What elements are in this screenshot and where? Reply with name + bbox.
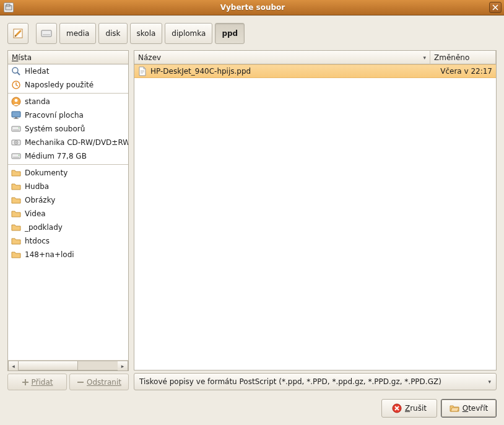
place-label: Naposledy použité bbox=[25, 81, 93, 89]
place-item[interactable]: Obrázky bbox=[8, 193, 128, 207]
folder-icon bbox=[11, 250, 21, 260]
folder-icon bbox=[11, 222, 21, 232]
remove-label: Odstranit bbox=[87, 378, 121, 387]
svg-point-5 bbox=[12, 68, 18, 73]
scroll-left-button[interactable]: ◂ bbox=[8, 361, 19, 371]
folder-icon bbox=[11, 209, 21, 219]
window-icon bbox=[4, 2, 14, 12]
svg-rect-13 bbox=[13, 129, 19, 131]
svg-point-14 bbox=[19, 128, 20, 129]
place-label: Systém souborů bbox=[25, 125, 85, 133]
window-title: Vyberte soubor bbox=[16, 3, 489, 12]
scroll-right-button[interactable]: ▸ bbox=[118, 361, 128, 371]
recent-icon bbox=[11, 80, 21, 90]
folder-icon bbox=[11, 236, 21, 246]
svg-rect-18 bbox=[12, 154, 20, 159]
disk-icon bbox=[11, 124, 21, 134]
dropdown-icon: ▾ bbox=[488, 379, 491, 385]
svg-rect-4 bbox=[43, 34, 50, 35]
filter-row: Tiskové popisy ve formátu PostScript (*.… bbox=[134, 373, 497, 390]
breadcrumb-skola[interactable]: skola bbox=[130, 23, 163, 44]
svg-rect-9 bbox=[12, 112, 20, 117]
place-label: Videa bbox=[25, 209, 46, 218]
titlebar[interactable]: Vyberte soubor bbox=[0, 0, 504, 15]
divider bbox=[8, 164, 128, 165]
place-label: Dokumenty bbox=[25, 169, 67, 177]
cancel-icon bbox=[392, 403, 402, 413]
place-label: standa bbox=[25, 97, 50, 106]
folder-icon bbox=[11, 195, 21, 205]
scroll-thumb[interactable] bbox=[19, 361, 78, 370]
place-item[interactable]: 148+na+lodi bbox=[8, 248, 128, 261]
filelist-header: Název ▾ Změněno bbox=[134, 51, 496, 64]
places-panel: Místa HledatNaposledy použitéstandaPraco… bbox=[7, 50, 129, 371]
drive-button[interactable] bbox=[36, 23, 57, 44]
place-label: Hudba bbox=[25, 182, 49, 191]
places-list: HledatNaposledy použitéstandaPracovní pl… bbox=[8, 64, 128, 360]
file-name: HP-DeskJet_940C-hpijs.ppd bbox=[150, 67, 251, 76]
breadcrumb-disk[interactable]: disk bbox=[98, 23, 127, 44]
close-button[interactable] bbox=[489, 2, 502, 13]
place-item[interactable]: Médium 77,8 GB bbox=[8, 149, 128, 163]
svg-point-20 bbox=[19, 155, 20, 156]
place-item[interactable]: Systém souborů bbox=[8, 122, 128, 136]
column-name[interactable]: Název ▾ bbox=[134, 51, 430, 64]
dialog-buttons: Zrušit Otevřít bbox=[7, 399, 497, 418]
place-item[interactable]: Videa bbox=[8, 207, 128, 221]
open-icon bbox=[450, 403, 459, 413]
svg-rect-12 bbox=[12, 126, 20, 131]
place-label: Mechanika CD-RW/DVD±RW bbox=[25, 138, 128, 147]
filter-label: Tiskové popisy ve formátu PostScript (*.… bbox=[139, 377, 441, 386]
sort-indicator-icon: ▾ bbox=[423, 55, 426, 61]
svg-rect-10 bbox=[15, 117, 17, 118]
place-label: 148+na+lodi bbox=[25, 250, 74, 259]
place-item[interactable]: htdocs bbox=[8, 234, 128, 248]
place-item[interactable]: Mechanika CD-RW/DVD±RW bbox=[8, 136, 128, 149]
filetype-filter[interactable]: Tiskové popisy ve formátu PostScript (*.… bbox=[134, 373, 497, 390]
place-item[interactable]: standa bbox=[8, 95, 128, 108]
filelist-panel: Název ▾ Změněno HP-DeskJet_940C-hpijs.pp… bbox=[134, 50, 497, 370]
place-label: Hledat bbox=[25, 67, 49, 76]
addremove-row: Přidat Odstranit bbox=[7, 374, 129, 390]
column-modified[interactable]: Změněno bbox=[430, 51, 496, 64]
dialog-body: media disk skola diplomka ppd Místa Hled… bbox=[0, 15, 504, 425]
disk-icon bbox=[11, 151, 21, 161]
folder-icon bbox=[11, 168, 21, 178]
folder-icon bbox=[11, 182, 21, 191]
main-content: Místa HledatNaposledy použitéstandaPraco… bbox=[7, 50, 497, 390]
svg-rect-19 bbox=[13, 157, 19, 158]
open-label: Otevřít bbox=[463, 404, 489, 413]
open-button[interactable]: Otevřít bbox=[441, 399, 497, 418]
path-toolbar: media disk skola diplomka ppd bbox=[7, 23, 497, 44]
filelist-body[interactable]: HP-DeskJet_940C-hpijs.ppdVčera v 22:17 bbox=[134, 64, 496, 370]
svg-point-17 bbox=[15, 142, 17, 143]
edit-path-button[interactable] bbox=[7, 23, 28, 44]
file-icon bbox=[137, 66, 147, 76]
place-label: Obrázky bbox=[25, 196, 55, 204]
user-icon bbox=[11, 97, 21, 107]
cancel-button[interactable]: Zrušit bbox=[381, 399, 437, 418]
place-item[interactable]: Hledat bbox=[8, 64, 128, 78]
place-label: _podklady bbox=[25, 223, 63, 232]
place-item[interactable]: Hudba bbox=[8, 180, 128, 193]
place-item[interactable]: _podklady bbox=[8, 221, 128, 234]
place-item[interactable]: Naposledy použité bbox=[8, 78, 128, 92]
svg-point-8 bbox=[15, 99, 18, 102]
divider bbox=[8, 93, 128, 94]
place-item[interactable]: Pracovní plocha bbox=[8, 108, 128, 122]
breadcrumb-ppd[interactable]: ppd bbox=[215, 23, 245, 44]
place-item[interactable]: Dokumenty bbox=[8, 166, 128, 180]
column-modified-label: Změněno bbox=[434, 53, 469, 62]
desktop-icon bbox=[11, 110, 21, 120]
places-header[interactable]: Místa bbox=[8, 51, 128, 64]
breadcrumb-media[interactable]: media bbox=[59, 23, 96, 44]
optical-icon bbox=[11, 138, 21, 147]
place-label: Médium 77,8 GB bbox=[25, 152, 87, 160]
search-icon bbox=[11, 66, 21, 76]
cancel-label: Zrušit bbox=[405, 404, 427, 413]
file-row[interactable]: HP-DeskJet_940C-hpijs.ppdVčera v 22:17 bbox=[134, 64, 496, 78]
scroll-track[interactable] bbox=[19, 361, 118, 370]
places-hscroll[interactable]: ◂ ▸ bbox=[8, 360, 128, 370]
breadcrumb-diplomka[interactable]: diplomka bbox=[165, 23, 212, 44]
file-modified: Včera v 22:17 bbox=[430, 67, 496, 76]
